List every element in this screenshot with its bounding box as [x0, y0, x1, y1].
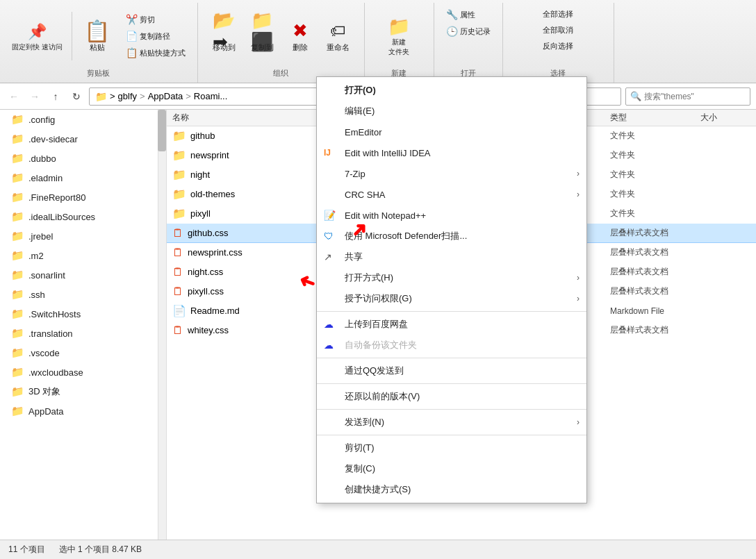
context-menu-item[interactable]: 创建快捷方式(S) — [317, 479, 586, 500]
folder-icon: 📁 — [11, 405, 24, 417]
sidebar-item-label: .jrebel — [28, 231, 53, 242]
folder-icon: 📁 — [11, 327, 24, 340]
paste-shortcut-icon: 📋 — [126, 47, 138, 58]
file-type: 文件夹 — [610, 208, 700, 219]
context-menu-item[interactable]: CRC SHA› — [317, 184, 586, 205]
context-menu-item[interactable]: 7-Zip› — [317, 163, 586, 184]
sidebar-item[interactable]: 📁.jrebel — [0, 226, 166, 246]
search-input[interactable] — [644, 92, 748, 101]
context-menu-item[interactable]: 打开方式(H)› — [317, 267, 586, 288]
baidu2-icon: ☁ — [324, 340, 334, 351]
file-type: Markdown File — [610, 306, 700, 316]
sidebar-item-label: .config — [28, 115, 55, 125]
sidebar-item[interactable]: 📁.dubbo — [0, 149, 166, 168]
context-menu-item[interactable]: ↗共享 — [317, 247, 586, 267]
copy-path-button[interactable]: 📄 复制路径 — [121, 28, 190, 44]
copy-to-button[interactable]: 📁⬛ 复制到 — [246, 18, 279, 55]
context-menu-label: 7-Zip — [345, 169, 365, 179]
item-count: 11 个项目 — [8, 544, 45, 556]
context-menu-item[interactable]: 编辑(E) — [317, 101, 586, 122]
folder-icon: 📁 — [11, 249, 24, 262]
context-menu-label: 使用 Microsoft Defender扫描... — [345, 230, 467, 242]
folder-icon: 📁 — [172, 129, 186, 142]
back-button[interactable]: ← — [6, 88, 22, 105]
sidebar-item[interactable]: 📁.config — [0, 110, 166, 129]
sidebar-item[interactable]: 📁.SwitchHosts — [0, 304, 166, 324]
toolbar-new-group: 📁 新建文件夹 新建 — [365, 3, 434, 83]
file-type: 层叠样式表文档 — [610, 247, 700, 258]
folder-icon: 📁 — [11, 133, 24, 145]
search-icon: 🔍 — [630, 91, 641, 101]
properties-button[interactable]: 🔧 属性 — [441, 7, 480, 22]
context-menu-item[interactable]: 通过QQ发送到 — [317, 360, 586, 381]
context-menu-item[interactable]: 还原以前的版本(V) — [317, 386, 586, 407]
context-menu-label: 自动备份该文件夹 — [345, 339, 417, 351]
selected-info: 选中 1 个项目 8.47 KB — [59, 544, 142, 556]
sidebar-scroll-thumb[interactable] — [158, 110, 166, 151]
context-menu-item[interactable]: 🛡使用 Microsoft Defender扫描... — [317, 226, 586, 247]
context-menu-item[interactable]: 授予访问权限(G)› — [317, 288, 586, 309]
sidebar-item[interactable]: 📁.FineReport80 — [0, 187, 166, 207]
context-menu-label: 复制(C) — [345, 462, 375, 475]
invert-select-button[interactable]: 反向选择 — [538, 39, 578, 53]
sidebar-item-label: AppData — [28, 406, 64, 417]
context-menu-item[interactable]: 发送到(N)› — [317, 412, 586, 433]
status-bar: 11 个项目 选中 1 个项目 8.47 KB — [0, 540, 756, 559]
sidebar-item[interactable]: 📁.wxcloudbase — [0, 362, 166, 382]
context-menu-item[interactable]: 剪切(T) — [317, 437, 586, 458]
folder-icon: 📁 — [11, 366, 24, 378]
context-menu-label: 创建快捷方式(S) — [345, 483, 411, 496]
sidebar-scrollbar[interactable] — [158, 110, 166, 540]
new-folder-button[interactable]: 📁 新建文件夹 — [383, 13, 415, 59]
col-size[interactable]: 大小 — [700, 112, 756, 124]
context-menu-item[interactable]: EmEditor — [317, 122, 586, 142]
sidebar-item[interactable]: 📁.ssh — [0, 285, 166, 304]
col-type[interactable]: 类型 — [610, 112, 700, 124]
history-button[interactable]: 🕒 历史记录 — [441, 24, 495, 39]
folder-icon: 📁 — [11, 191, 24, 203]
file-type: 层叠样式表文档 — [610, 285, 700, 297]
sidebar-item[interactable]: 📁3D 对象 — [0, 382, 166, 401]
context-menu-item[interactable]: IJEdit with IntelliJ IDEA — [317, 142, 586, 163]
css-file-icon: 🗒 — [172, 227, 183, 240]
sidebar-item[interactable]: 📁.translation — [0, 324, 166, 343]
sidebar-item[interactable]: 📁AppData — [0, 401, 166, 421]
css-file-icon: 🗒 — [172, 324, 183, 337]
move-to-button[interactable]: 📂➡ 移动到 — [208, 18, 240, 55]
sidebar-item[interactable]: 📁.idealLibSources — [0, 207, 166, 226]
sidebar-item-label: .translation — [28, 328, 73, 339]
context-menu-item[interactable]: 打开(O) — [317, 80, 586, 101]
select-all-button[interactable]: 全部选择 — [538, 7, 578, 22]
sidebar-item-label: .eladmin — [28, 173, 63, 183]
file-type: 层叠样式表文档 — [610, 324, 700, 336]
context-menu-item: ☁自动备份该文件夹 — [317, 335, 586, 356]
folder-icon: 📁 — [11, 347, 24, 359]
paste-shortcut-button[interactable]: 📋 粘贴快捷方式 — [121, 45, 190, 60]
sidebar-item[interactable]: 📁.sonarlint — [0, 265, 166, 285]
up-button[interactable]: ↑ — [47, 88, 64, 105]
search-box[interactable]: 🔍 — [625, 87, 750, 106]
context-menu-label: 打开方式(H) — [345, 272, 393, 284]
context-menu-item[interactable]: ☁上传到百度网盘 — [317, 314, 586, 335]
folder-icon: 📁 — [11, 308, 24, 320]
sidebar-item[interactable]: 📁.vscode — [0, 343, 166, 362]
properties-icon: 🔧 — [446, 9, 458, 20]
toolbar-select-group: 全部选择 全部取消 反向选择 选择 — [503, 3, 614, 83]
sidebar-item[interactable]: 📁.eladmin — [0, 168, 166, 187]
context-menu-item[interactable]: 复制(C) — [317, 458, 586, 479]
cut-button[interactable]: ✂️ 剪切 — [121, 12, 190, 27]
rename-button[interactable]: 🏷 重命名 — [322, 18, 354, 55]
sidebar-item[interactable]: 📁.dev-sidecar — [0, 129, 166, 149]
refresh-button[interactable]: ↻ — [68, 88, 85, 105]
deselect-all-button[interactable]: 全部取消 — [538, 23, 578, 37]
delete-icon: ✖ — [289, 20, 311, 42]
forward-button[interactable]: → — [26, 88, 43, 105]
context-menu-item[interactable]: 📝Edit with Notepad++ — [317, 205, 586, 226]
paste-button[interactable]: 📋 粘贴 — [76, 18, 118, 55]
delete-button[interactable]: ✖ 删除 — [284, 18, 316, 55]
context-menu: 打开(O)编辑(E)EmEditorIJEdit with IntelliJ I… — [316, 76, 587, 503]
pin-button[interactable]: 📌 固定到快 速访问 — [7, 19, 67, 53]
rename-icon: 🏷 — [327, 20, 349, 42]
sidebar-item[interactable]: 📁.m2 — [0, 246, 166, 265]
submenu-arrow: › — [577, 417, 580, 427]
